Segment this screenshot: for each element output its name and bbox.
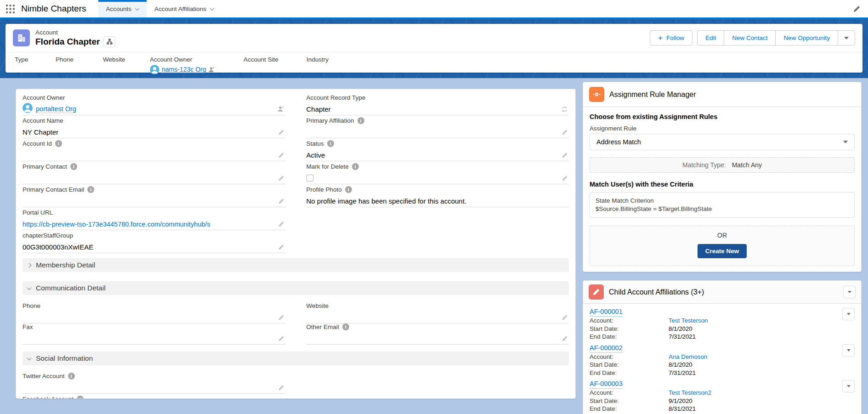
app-launcher-icon — [6, 4, 15, 14]
card-title: Assignment Rule Manager — [609, 91, 696, 99]
follow-button[interactable]: + Follow — [650, 30, 692, 45]
info-icon[interactable] — [77, 396, 84, 399]
start-date-value: 8/1/2020 — [669, 361, 692, 369]
assignment-rule-select[interactable]: Address Match — [590, 134, 855, 150]
hl-type-label: Type — [15, 56, 51, 64]
affiliation-account-link[interactable]: Test Testerson2 — [669, 389, 711, 397]
info-icon[interactable] — [68, 373, 75, 380]
field-facebook-account: Facebook Account — [23, 394, 285, 399]
field-label: Portal URL — [23, 209, 53, 216]
inline-edit-button[interactable] — [278, 385, 284, 391]
inline-edit-button[interactable] — [278, 335, 284, 342]
affiliation-account-link[interactable]: Test Testerson — [669, 317, 708, 325]
row-label: End Date: — [590, 369, 669, 377]
field-label: Fax — [23, 323, 33, 330]
affiliation-record: AF-000001 Account:Test Testerson Start D… — [590, 307, 855, 344]
field-other-email: Other Email — [306, 322, 569, 343]
field-label: Account Owner — [23, 94, 65, 101]
tab-accounts[interactable]: Accounts — [98, 0, 147, 17]
affiliation-link[interactable]: AF-000003 — [590, 380, 623, 389]
field-label: chapterStaffGroup — [23, 232, 73, 239]
pencil-icon — [562, 335, 568, 342]
edit-navigation-button[interactable] — [853, 0, 861, 17]
field-label: Primary Contact Email — [23, 186, 84, 193]
edit-button[interactable]: Edit — [697, 30, 724, 45]
info-icon[interactable] — [87, 186, 94, 193]
change-record-type-button[interactable] — [561, 106, 568, 113]
affiliation-account-link[interactable]: Ana Demoson — [669, 353, 707, 361]
field-account-name: Account Name NY Chapter — [23, 116, 285, 139]
start-date-value: 9/1/2020 — [669, 397, 692, 405]
change-owner-icon[interactable] — [208, 66, 215, 73]
field-label: Profile Photo — [306, 186, 342, 193]
chevron-down-icon[interactable] — [210, 6, 215, 11]
field-value: Chapter — [306, 105, 331, 113]
hl-phone-label: Phone — [56, 56, 98, 64]
inline-edit-button[interactable] — [278, 221, 284, 227]
inline-edit-button[interactable] — [562, 314, 568, 321]
pencil-icon — [278, 335, 284, 342]
info-icon[interactable] — [352, 163, 359, 170]
hierarchy-icon — [107, 39, 113, 45]
inline-edit-button[interactable] — [562, 152, 568, 159]
new-opportunity-button[interactable]: New Opportunity — [775, 30, 838, 45]
create-new-button[interactable]: Create New — [698, 244, 747, 258]
hl-site-label: Account Site — [244, 56, 302, 64]
row-actions-button[interactable] — [842, 380, 855, 392]
change-owner-button[interactable] — [277, 105, 284, 113]
card-title: Child Account Affiliations (3+) — [609, 288, 704, 296]
pencil-icon — [278, 152, 284, 159]
info-icon[interactable] — [327, 140, 334, 147]
info-icon[interactable] — [345, 186, 352, 193]
section-title: Social Information — [36, 354, 93, 363]
inline-edit-button[interactable] — [278, 244, 284, 250]
new-contact-button[interactable]: New Contact — [724, 30, 775, 45]
header-owner-link[interactable]: nams-123c Org — [162, 66, 206, 74]
section-communication-detail[interactable]: Communication Detail — [23, 281, 569, 295]
info-icon[interactable] — [55, 140, 62, 147]
inline-edit-button[interactable] — [562, 129, 568, 136]
field-label: Account Id — [23, 140, 52, 147]
field-mark-for-delete: Mark for Delete — [306, 162, 569, 185]
row-actions-button[interactable] — [842, 344, 855, 357]
mark-for-delete-checkbox[interactable] — [306, 175, 313, 181]
end-date-value: 8/31/2021 — [669, 405, 696, 413]
info-icon[interactable] — [342, 323, 349, 330]
info-icon[interactable] — [357, 117, 364, 124]
right-rail: Assignment Rule Manager Choose from exis… — [583, 82, 862, 414]
inline-edit-button[interactable] — [278, 198, 284, 204]
account-owner-link[interactable]: portaltest Org — [36, 105, 76, 113]
app-launcher-button[interactable] — [0, 0, 20, 17]
follow-button-label: Follow — [666, 34, 684, 41]
inline-edit-button[interactable] — [278, 129, 284, 136]
matching-type-value: Match Any — [732, 161, 762, 169]
chevron-down-icon — [848, 291, 851, 293]
create-new-box: OR Create New — [590, 226, 855, 266]
row-actions-button[interactable] — [842, 308, 855, 320]
card-actions-button[interactable] — [843, 286, 856, 298]
pencil-icon — [562, 175, 568, 181]
affiliation-link[interactable]: AF-000001 — [590, 307, 623, 317]
more-actions-button[interactable] — [838, 30, 855, 45]
chevron-down-icon[interactable] — [135, 6, 140, 11]
field-value: 00G3t000003nXwIEAE — [23, 243, 93, 251]
inline-edit-button[interactable] — [562, 175, 568, 181]
chevron-right-icon — [27, 263, 32, 267]
row-label: End Date: — [590, 333, 669, 341]
inline-edit-button[interactable] — [562, 335, 568, 342]
inline-edit-button[interactable] — [278, 175, 284, 181]
section-membership-detail[interactable]: Membership Detail — [23, 258, 569, 272]
section-social-information[interactable]: Social Information — [23, 352, 569, 365]
portal-url-link[interactable]: https://cb-preview-tso-173e3445780.force… — [23, 221, 210, 228]
inline-edit-button[interactable] — [278, 152, 284, 159]
row-label: Start Date: — [590, 325, 669, 333]
chevron-down-icon — [27, 285, 32, 290]
inline-edit-button[interactable] — [278, 314, 284, 321]
affiliation-link[interactable]: AF-000002 — [590, 344, 623, 353]
criteria-box: State Match Criterion $Source.BillingSta… — [590, 192, 855, 218]
app-name: Nimble Chapters — [20, 0, 98, 17]
field-status: Status Active — [306, 139, 569, 162]
info-icon[interactable] — [70, 163, 77, 170]
view-hierarchy-button[interactable] — [103, 36, 115, 47]
tab-account-affiliations[interactable]: Account Affiliations — [147, 0, 221, 17]
